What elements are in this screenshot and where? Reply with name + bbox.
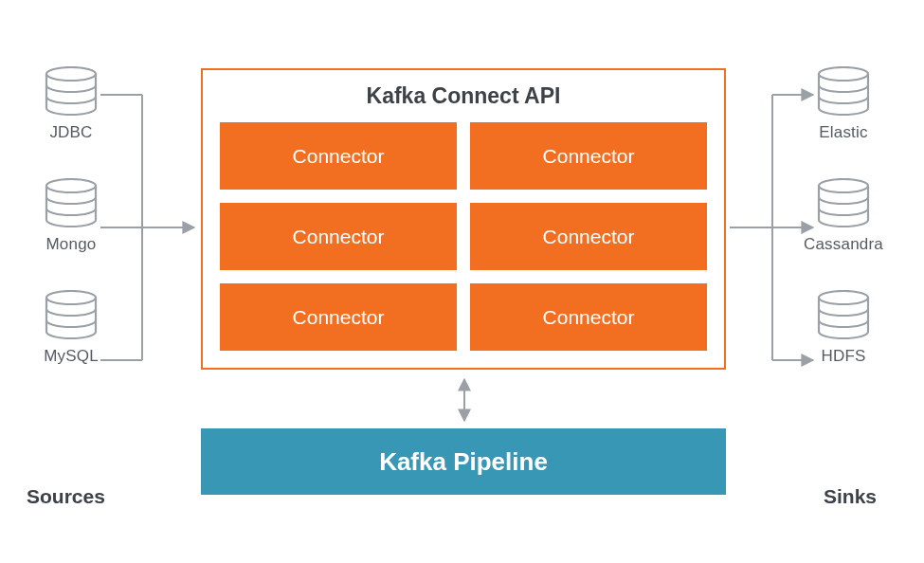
diagram-canvas: JDBC Mongo MySQL Elastic Cassandra HDFS …	[0, 0, 924, 563]
sinks-section-label: Sinks	[824, 485, 877, 508]
sink-label: HDFS	[821, 347, 865, 366]
pipeline-label: Kafka Pipeline	[379, 447, 548, 477]
connector-box: Connector	[220, 203, 457, 270]
source-label: JDBC	[49, 123, 92, 142]
sink-hdfs: HDFS	[817, 290, 870, 366]
connector-grid: Connector Connector Connector Connector …	[203, 122, 724, 368]
sink-cassandra: Cassandra	[804, 178, 883, 254]
sink-label: Elastic	[819, 123, 867, 142]
connector-box: Connector	[220, 122, 457, 190]
database-icon	[817, 290, 870, 339]
database-icon	[817, 178, 870, 227]
connector-box: Connector	[470, 203, 707, 270]
connector-box: Connector	[470, 122, 707, 190]
sink-label: Cassandra	[804, 235, 883, 254]
source-label: MySQL	[44, 347, 99, 366]
source-mysql: MySQL	[44, 290, 99, 366]
database-icon	[45, 66, 98, 116]
connector-box: Connector	[220, 283, 457, 351]
connector-box: Connector	[470, 283, 707, 351]
connect-title: Kafka Connect API	[203, 83, 724, 109]
source-jdbc: JDBC	[45, 66, 98, 142]
sources-section-label: Sources	[27, 485, 105, 508]
kafka-pipeline-bar: Kafka Pipeline	[201, 428, 726, 495]
sink-elastic: Elastic	[817, 66, 870, 142]
kafka-connect-api-box: Kafka Connect API Connector Connector Co…	[201, 68, 726, 370]
sources-column: JDBC Mongo MySQL	[28, 66, 114, 366]
database-icon	[45, 178, 98, 227]
source-label: Mongo	[46, 235, 97, 254]
source-mongo: Mongo	[45, 178, 98, 254]
database-icon	[817, 66, 870, 116]
sinks-column: Elastic Cassandra HDFS	[791, 66, 896, 366]
database-icon	[45, 290, 98, 339]
